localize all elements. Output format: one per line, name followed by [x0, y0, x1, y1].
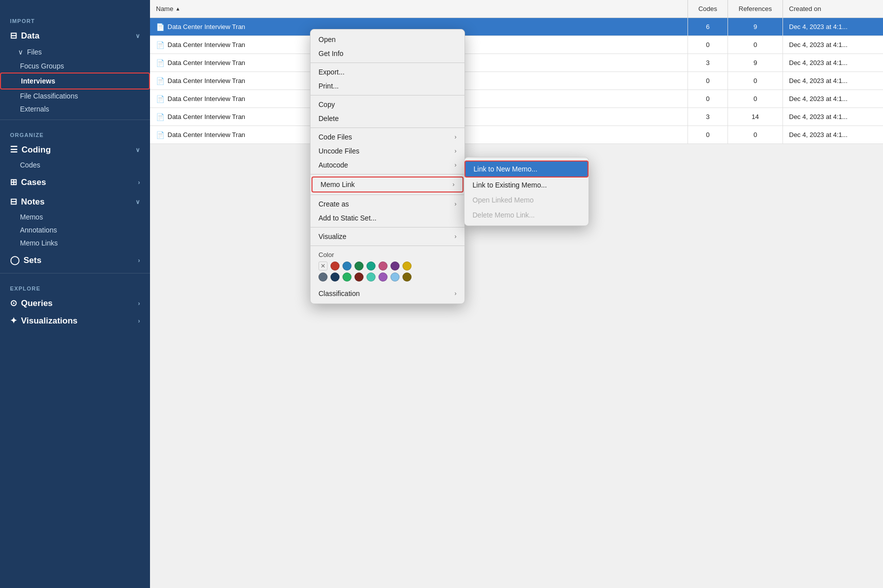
sidebar-item-annotations[interactable]: Annotations [0, 224, 150, 236]
cell-codes-4: 0 [688, 90, 728, 108]
sidebar-item-coding[interactable]: ☰ Coding ∨ [0, 141, 150, 158]
color-dot-row1-0[interactable] [330, 262, 340, 270]
table-row[interactable]: 📄 Data Center Interview Tran 0 0 Dec 4, … [150, 90, 883, 108]
explore-section-label: EXPLORE [0, 278, 150, 294]
color-dot-row2-3[interactable] [354, 272, 364, 282]
submenu-item-1[interactable]: Link to Existing Memo... [464, 178, 588, 192]
cell-created-6: Dec 4, 2023 at 4:1... [783, 126, 883, 144]
file-icon-5: 📄 [156, 113, 164, 121]
table-row[interactable]: 📄 Data Center Interview Tran 3 14 Dec 4,… [150, 108, 883, 126]
sidebar-item-visualizations[interactable]: ✦ Visualizations › [0, 312, 150, 330]
menu-item-5[interactable]: Delete [310, 112, 464, 126]
color-dot-row2-4[interactable] [366, 272, 376, 282]
color-none-button[interactable]: ✕ [318, 262, 328, 270]
cell-created-1: Dec 4, 2023 at 4:1... [783, 36, 883, 54]
chevron-right-viz-icon: › [138, 318, 140, 324]
color-dot-row2-5[interactable] [378, 272, 388, 282]
color-dot-row1-4[interactable] [378, 262, 388, 270]
menu-item-12[interactable]: Visualize› [310, 230, 464, 244]
cell-codes-6: 0 [688, 126, 728, 144]
column-codes[interactable]: Codes [688, 0, 728, 18]
column-references[interactable]: References [728, 0, 783, 18]
color-row-2 [318, 272, 456, 282]
menu-item-1[interactable]: Get Info [310, 46, 464, 60]
color-dot-row2-6[interactable] [390, 272, 400, 282]
cell-created-2: Dec 4, 2023 at 4:1... [783, 54, 883, 72]
menu-item-2[interactable]: Export... [310, 65, 464, 79]
cell-references-5: 14 [728, 108, 783, 126]
cell-codes-1: 0 [688, 36, 728, 54]
table-row[interactable]: 📄 Data Center Interview Tran 0 0 Dec 4, … [150, 72, 883, 90]
menu-item-7[interactable]: Uncode Files› [310, 144, 464, 158]
sidebar-item-memo-links[interactable]: Memo Links [0, 236, 150, 250]
menu-item-10[interactable]: Create as› [310, 197, 464, 211]
color-section: Color✕ [310, 248, 464, 286]
divider-1 [0, 120, 150, 120]
main-content: Name ▲ Codes References Created on 📄 Dat… [150, 0, 883, 588]
divider-2 [0, 273, 150, 274]
sort-arrow-icon: ▲ [176, 6, 180, 12]
color-dot-row1-2[interactable] [354, 262, 364, 270]
sidebar-item-focus-groups[interactable]: Focus Groups [0, 60, 150, 72]
cell-references-4: 0 [728, 90, 783, 108]
color-dot-row2-7[interactable] [402, 272, 412, 282]
color-dot-row2-0[interactable] [318, 272, 328, 282]
menu-separator-9 [310, 194, 464, 195]
color-dot-row1-5[interactable] [390, 262, 400, 270]
sidebar-item-memos[interactable]: Memos [0, 210, 150, 224]
color-dot-row1-3[interactable] [366, 262, 376, 270]
database-icon: ⊟ [10, 30, 17, 41]
menu-item-11[interactable]: Add to Static Set... [310, 211, 464, 225]
cell-codes-3: 0 [688, 72, 728, 90]
cell-codes-2: 3 [688, 54, 728, 72]
chevron-right-queries-icon: › [138, 300, 140, 307]
sidebar-item-codes[interactable]: Codes [0, 158, 150, 172]
sidebar-item-files[interactable]: ∨ Files [0, 44, 150, 60]
sidebar: IMPORT ⊟ Data ∨ ∨ Files Focus Groups Int… [0, 0, 150, 588]
column-name[interactable]: Name ▲ [150, 0, 688, 18]
cell-created-0: Dec 4, 2023 at 4:1... [783, 18, 883, 36]
column-created[interactable]: Created on [783, 0, 883, 18]
submenu-arrow-icon: › [454, 162, 456, 168]
submenu-arrow-icon: › [454, 233, 456, 240]
sidebar-item-data[interactable]: ⊟ Data ∨ [0, 27, 150, 44]
color-dot-row1-6[interactable] [402, 262, 412, 270]
sidebar-item-cases[interactable]: ⊞ Cases › [0, 174, 150, 191]
color-dot-row2-1[interactable] [330, 272, 340, 282]
cell-references-1: 0 [728, 36, 783, 54]
search-icon: ⊙ [10, 298, 17, 308]
table-row[interactable]: 📄 Data Center Interview Tran 3 9 Dec 4, … [150, 54, 883, 72]
cell-created-5: Dec 4, 2023 at 4:1... [783, 108, 883, 126]
cell-references-3: 0 [728, 72, 783, 90]
cell-created-4: Dec 4, 2023 at 4:1... [783, 90, 883, 108]
menu-item-6[interactable]: Code Files› [310, 130, 464, 144]
menu-item-14[interactable]: Classification› [310, 286, 464, 300]
sidebar-item-externals[interactable]: Externals [0, 102, 150, 116]
table-row[interactable]: 📄 Data Center Interview Tran 0 0 Dec 4, … [150, 36, 883, 54]
color-dot-row1-1[interactable] [342, 262, 352, 270]
menu-item-0[interactable]: Open [310, 32, 464, 46]
menu-item-4[interactable]: Copy [310, 98, 464, 112]
menu-item-8[interactable]: Autocode› [310, 158, 464, 172]
file-icon-1: 📄 [156, 41, 164, 49]
cell-references-0: 9 [728, 18, 783, 36]
context-menu: OpenGet InfoExport...Print...CopyDeleteC… [310, 29, 465, 304]
sidebar-item-notes[interactable]: ⊟ Notes ∨ [0, 193, 150, 210]
color-dot-row2-2[interactable] [342, 272, 352, 282]
sidebar-item-sets[interactable]: ◯ Sets › [0, 252, 150, 269]
file-icon-0: 📄 [156, 23, 164, 31]
cell-codes-5: 3 [688, 108, 728, 126]
menu-item-9[interactable]: Memo Link› [312, 176, 464, 192]
menu-separator-12 [310, 246, 464, 246]
menu-item-3[interactable]: Print... [310, 79, 464, 93]
sidebar-item-interviews[interactable]: Interviews [0, 72, 150, 90]
table-row[interactable]: 📄 Data Center Interview Tran 0 0 Dec 4, … [150, 126, 883, 144]
sidebar-item-file-classifications[interactable]: File Classifications [0, 90, 150, 102]
table-row[interactable]: 📄 Data Center Interview Tran 6 9 Dec 4, … [150, 18, 883, 36]
coding-icon: ☰ [10, 144, 18, 155]
chevron-down-coding-icon: ∨ [136, 146, 140, 154]
cell-codes-0: 6 [688, 18, 728, 36]
viz-icon: ✦ [10, 316, 17, 326]
sidebar-item-queries[interactable]: ⊙ Queries › [0, 294, 150, 312]
submenu-item-0[interactable]: Link to New Memo... [464, 160, 588, 178]
